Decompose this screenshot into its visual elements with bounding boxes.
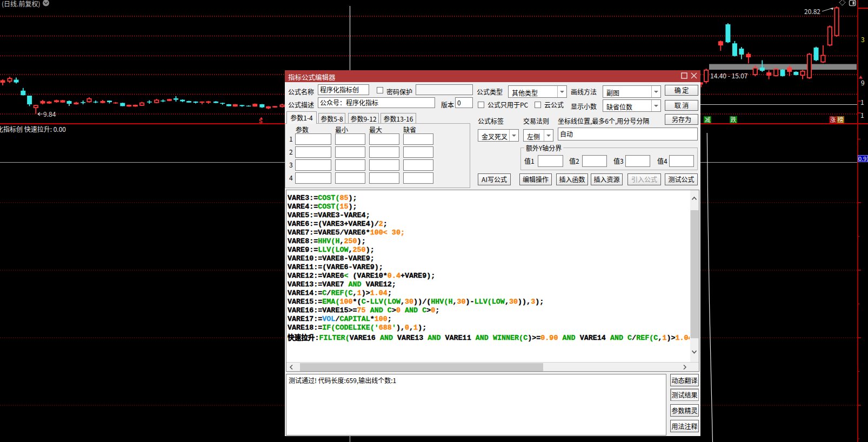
svg-text:S: S bbox=[259, 118, 263, 124]
